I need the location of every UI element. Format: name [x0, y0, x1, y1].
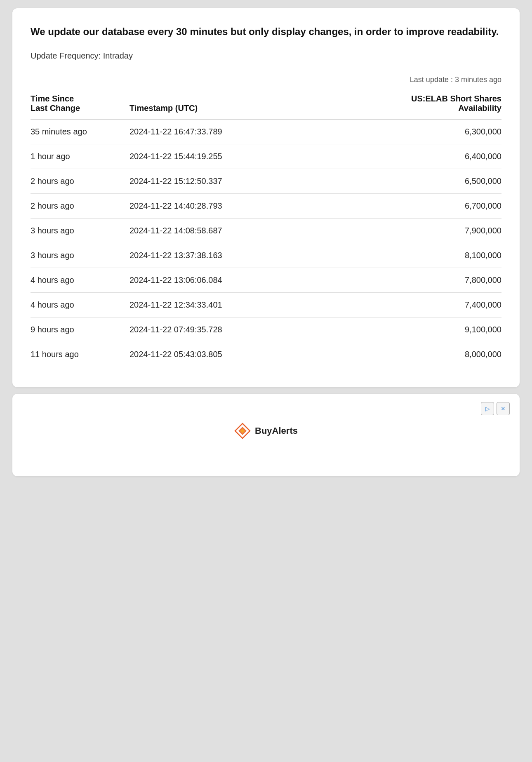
cell-timestamp: 2024-11-22 07:49:35.728: [121, 317, 261, 342]
cell-time-since: 4 hours ago: [31, 268, 121, 292]
cell-availability: 7,400,000: [261, 292, 501, 317]
cell-time-since: 11 hours ago: [31, 342, 121, 367]
cell-timestamp: 2024-11-22 16:47:33.789: [121, 119, 261, 144]
update-frequency-label: Update Frequency: Intraday: [31, 51, 501, 61]
cell-time-since: 3 hours ago: [31, 243, 121, 268]
ad-logo-wrapper: BuyAlerts: [234, 423, 298, 439]
table-row: 2 hours ago2024-11-22 14:40:28.7936,700,…: [31, 193, 501, 218]
cell-time-since: 4 hours ago: [31, 292, 121, 317]
cell-timestamp: 2024-11-22 12:34:33.401: [121, 292, 261, 317]
table-header-row: Time SinceLast Change Timestamp (UTC) US…: [31, 88, 501, 119]
table-row: 4 hours ago2024-11-22 12:34:33.4017,400,…: [31, 292, 501, 317]
cell-time-since: 9 hours ago: [31, 317, 121, 342]
cell-timestamp: 2024-11-22 15:12:50.337: [121, 169, 261, 193]
ad-brand-name: BuyAlerts: [255, 426, 298, 436]
cell-timestamp: 2024-11-22 13:06:06.084: [121, 268, 261, 292]
ad-card: ▷ ✕ BuyAlerts: [12, 394, 520, 476]
ad-controls: ▷ ✕: [481, 402, 510, 415]
buy-alerts-icon: [234, 423, 251, 439]
table-row: 3 hours ago2024-11-22 14:08:58.6877,900,…: [31, 218, 501, 243]
cell-time-since: 35 minutes ago: [31, 119, 121, 144]
table-row: 35 minutes ago2024-11-22 16:47:33.7896,3…: [31, 119, 501, 144]
cell-time-since: 3 hours ago: [31, 218, 121, 243]
page-wrapper: We update our database every 30 minutes …: [0, 0, 532, 484]
cell-timestamp: 2024-11-22 05:43:03.805: [121, 342, 261, 367]
table-row: 11 hours ago2024-11-22 05:43:03.8058,000…: [31, 342, 501, 367]
main-card: We update our database every 30 minutes …: [12, 8, 520, 387]
cell-availability: 6,700,000: [261, 193, 501, 218]
cell-availability: 6,400,000: [261, 144, 501, 169]
cell-availability: 6,300,000: [261, 119, 501, 144]
cell-time-since: 2 hours ago: [31, 169, 121, 193]
ad-play-button[interactable]: ▷: [481, 402, 494, 415]
cell-availability: 8,100,000: [261, 243, 501, 268]
header-time-since: Time SinceLast Change: [31, 88, 121, 119]
table-row: 9 hours ago2024-11-22 07:49:35.7289,100,…: [31, 317, 501, 342]
table-row: 3 hours ago2024-11-22 13:37:38.1638,100,…: [31, 243, 501, 268]
header-availability: US:ELAB Short SharesAvailability: [261, 88, 501, 119]
cell-timestamp: 2024-11-22 14:08:58.687: [121, 218, 261, 243]
header-timestamp: Timestamp (UTC): [121, 88, 261, 119]
notice-text: We update our database every 30 minutes …: [31, 25, 501, 39]
last-update-text: Last update : 3 minutes ago: [31, 75, 501, 84]
ad-close-button[interactable]: ✕: [497, 402, 510, 415]
table-row: 4 hours ago2024-11-22 13:06:06.0847,800,…: [31, 268, 501, 292]
cell-time-since: 2 hours ago: [31, 193, 121, 218]
cell-time-since: 1 hour ago: [31, 144, 121, 169]
table-row: 2 hours ago2024-11-22 15:12:50.3376,500,…: [31, 169, 501, 193]
cell-timestamp: 2024-11-22 13:37:38.163: [121, 243, 261, 268]
cell-availability: 9,100,000: [261, 317, 501, 342]
data-table: Time SinceLast Change Timestamp (UTC) US…: [31, 88, 501, 367]
cell-timestamp: 2024-11-22 14:40:28.793: [121, 193, 261, 218]
table-row: 1 hour ago2024-11-22 15:44:19.2556,400,0…: [31, 144, 501, 169]
cell-timestamp: 2024-11-22 15:44:19.255: [121, 144, 261, 169]
cell-availability: 7,800,000: [261, 268, 501, 292]
cell-availability: 8,000,000: [261, 342, 501, 367]
cell-availability: 7,900,000: [261, 218, 501, 243]
cell-availability: 6,500,000: [261, 169, 501, 193]
